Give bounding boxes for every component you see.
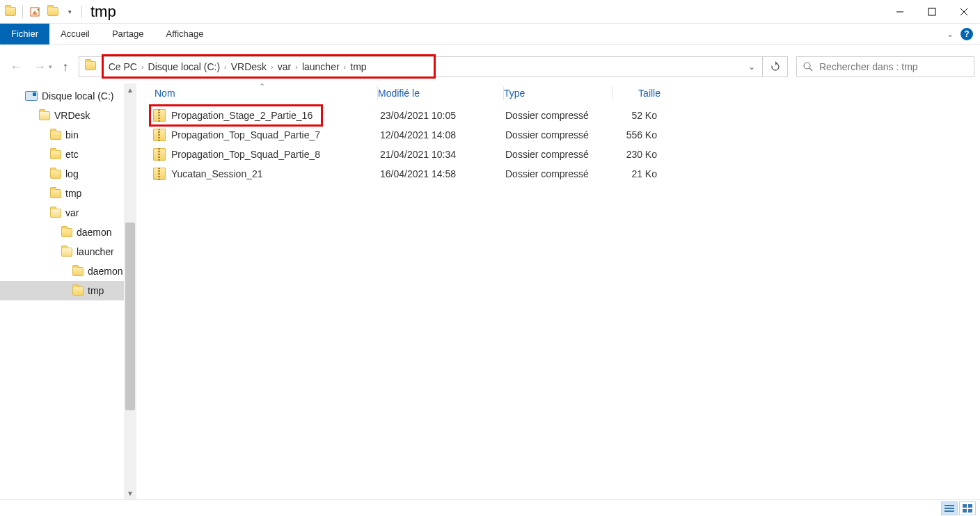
ribbon-collapse-button[interactable]: ⌄: [947, 29, 954, 39]
breadcrumb-vrdesk[interactable]: VRDesk: [227, 61, 271, 72]
view-details-button[interactable]: [941, 501, 958, 515]
scrollbar-thumb[interactable]: [125, 223, 135, 410]
minimize-button[interactable]: [884, 0, 916, 24]
folder-icon: [50, 209, 61, 218]
folder-icon: [39, 111, 50, 120]
refresh-button[interactable]: [762, 57, 787, 76]
address-history-button[interactable]: ⌄: [741, 57, 762, 76]
tree-item[interactable]: VRDesk: [0, 106, 124, 125]
svg-rect-10: [963, 504, 967, 508]
file-size: 556 Ko: [610, 129, 672, 140]
sort-indicator-icon: ⌃: [259, 82, 265, 91]
navigation-pane: Disque local (C:)VRDeskbinetclogtmpvarda…: [0, 83, 136, 499]
tree-scrollbar[interactable]: ▲ ▼: [124, 83, 136, 499]
tree-item[interactable]: Disque local (C:): [0, 86, 124, 106]
ribbon-tabs: Fichier Accueil Partage Affichage ⌄ ?: [0, 24, 980, 45]
folder-icon: [61, 228, 72, 237]
scrollbar-down-arrow[interactable]: ▼: [124, 487, 136, 499]
tree-item[interactable]: launcher: [0, 242, 124, 261]
tree-item-label: log: [65, 168, 79, 179]
title-bar: ▾ tmp: [0, 0, 980, 24]
column-header-type[interactable]: Type: [504, 88, 612, 99]
folder-icon: [72, 287, 84, 296]
address-folder-icon: [85, 61, 96, 73]
recent-locations-button[interactable]: ▾: [49, 63, 52, 70]
tree-item-label: daemon: [88, 266, 123, 277]
svg-rect-11: [968, 504, 972, 508]
tree-item[interactable]: daemon: [0, 223, 124, 242]
folder-icon: [72, 267, 84, 276]
column-header-size[interactable]: Taille: [613, 88, 676, 99]
ribbon-tab-view[interactable]: Affichage: [155, 24, 214, 45]
column-header-name[interactable]: Nom ⌃: [155, 88, 377, 99]
qat-properties-button[interactable]: [27, 4, 42, 19]
address-bar[interactable]: › Ce PC › Disque local (C:) › VRDesk › v…: [79, 56, 788, 77]
tree-item[interactable]: bin: [0, 125, 124, 145]
tree-item[interactable]: etc: [0, 145, 124, 164]
breadcrumb-var[interactable]: var: [274, 61, 295, 72]
zip-icon: [153, 109, 166, 122]
qat-new-folder-button[interactable]: [45, 4, 61, 19]
tree-item-label: var: [65, 207, 79, 218]
tree-item[interactable]: daemon: [0, 261, 124, 281]
file-name: Yucatan_Session_21: [171, 168, 376, 179]
breadcrumb-launcher[interactable]: launcher: [298, 61, 344, 72]
file-size: 52 Ko: [610, 110, 672, 121]
tree-item[interactable]: tmp: [0, 281, 124, 300]
svg-rect-2: [928, 8, 935, 15]
file-name: Propagation_Stage_2_Partie_16: [171, 110, 376, 121]
folder-icon: [50, 170, 61, 179]
breadcrumb-tmp[interactable]: tmp: [346, 61, 370, 72]
window-controls: [884, 0, 980, 24]
tree-item[interactable]: tmp: [0, 184, 124, 203]
file-list: Propagation_Stage_2_Partie_1623/04/2021 …: [136, 103, 980, 184]
tree-item-label: Disque local (C:): [42, 90, 113, 102]
window-title: tmp: [90, 3, 116, 21]
zip-icon: [153, 129, 166, 141]
maximize-button[interactable]: [916, 0, 948, 24]
tree-item[interactable]: var: [0, 203, 124, 223]
tree-item-label: launcher: [77, 246, 114, 257]
column-header-modified[interactable]: Modifié le: [378, 88, 503, 99]
quick-access-toolbar: ▾: [0, 4, 86, 19]
scrollbar-up-arrow[interactable]: ▲: [124, 83, 136, 96]
tree-item-label: tmp: [65, 188, 81, 199]
help-button[interactable]: ?: [961, 28, 973, 40]
forward-button[interactable]: →: [29, 56, 50, 77]
file-row[interactable]: Yucatan_Session_2116/04/2021 14:58Dossie…: [136, 164, 980, 184]
folder-icon: [61, 248, 72, 257]
qat-app-icon[interactable]: [3, 4, 18, 19]
drive-icon: [25, 91, 38, 101]
file-type: Dossier compressé: [501, 168, 610, 179]
file-row[interactable]: Propagation_Stage_2_Partie_1623/04/2021 …: [136, 106, 980, 125]
content-pane: Nom ⌃ Modifié le Type Taille Propagation…: [136, 83, 980, 499]
file-row[interactable]: Propagation_Top_Squad_Partie_821/04/2021…: [136, 145, 980, 164]
up-button[interactable]: ↑: [55, 56, 76, 77]
ribbon-tab-share[interactable]: Partage: [101, 24, 155, 45]
close-button[interactable]: [948, 0, 980, 24]
tree-item[interactable]: log: [0, 164, 124, 184]
file-name: Propagation_Top_Squad_Partie_7: [171, 129, 376, 140]
file-name: Propagation_Top_Squad_Partie_8: [171, 149, 376, 160]
tree-item-label: VRDesk: [54, 110, 90, 121]
qat-customize-button[interactable]: ▾: [62, 4, 77, 19]
breadcrumb-drive[interactable]: Disque local (C:): [144, 61, 224, 72]
navigation-row: ← → ▾ ↑ › Ce PC › Disque local (C:) › VR…: [0, 54, 980, 79]
ribbon-tab-home[interactable]: Accueil: [49, 24, 101, 45]
file-row[interactable]: Propagation_Top_Squad_Partie_712/04/2021…: [136, 125, 980, 145]
tree-item-label: etc: [65, 149, 79, 160]
qat-separator-2: [81, 6, 82, 18]
zip-icon: [153, 168, 166, 180]
file-modified: 21/04/2021 10:34: [376, 149, 501, 160]
view-large-icons-button[interactable]: [959, 501, 976, 515]
column-header-name-label: Nom: [155, 88, 175, 99]
back-button[interactable]: ←: [6, 56, 26, 77]
svg-rect-9: [945, 510, 954, 512]
search-box[interactable]: Rechercher dans : tmp: [796, 56, 974, 77]
zip-icon: [153, 148, 166, 161]
column-headers: Nom ⌃ Modifié le Type Taille: [136, 83, 980, 103]
ribbon-tab-file[interactable]: Fichier: [0, 24, 49, 45]
folder-tree[interactable]: Disque local (C:)VRDeskbinetclogtmpvarda…: [0, 83, 124, 499]
breadcrumb-this-pc[interactable]: Ce PC: [104, 61, 141, 72]
svg-rect-7: [945, 505, 954, 506]
